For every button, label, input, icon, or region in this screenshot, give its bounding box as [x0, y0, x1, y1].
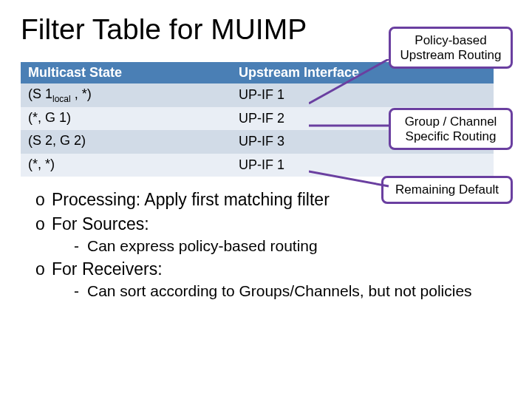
callout-default: Remaining Default [381, 176, 513, 204]
leader-line-icon [309, 170, 398, 192]
slide: Filter Table for MUIMP Multicast State U… [0, 0, 532, 399]
callout-group: Group / Channel Specific Routing [389, 108, 513, 150]
bullet-level1: oFor Sources: [35, 214, 511, 234]
bullets: oProcessing: Apply first matching filter… [21, 190, 511, 300]
callout-line: Remaining Default [391, 183, 503, 197]
cell-state: (*, G 1) [21, 107, 231, 131]
state-pre: (*, *) [28, 157, 55, 171]
callout-policy: Policy-based Upstream Routing [389, 27, 513, 69]
callout-line: Group / Channel [398, 115, 503, 129]
state-pre: (*, G 1) [28, 110, 71, 125]
bullet-text: Can express policy-based routing [87, 237, 318, 254]
state-sub: local [52, 94, 71, 104]
state-post: , *) [71, 86, 92, 101]
bullet-text: For Receivers: [52, 259, 163, 279]
state-pre: (S 1 [28, 86, 52, 101]
bullet-level2: -Can express policy-based routing [74, 237, 511, 255]
callout-line: Upstream Routing [398, 48, 503, 63]
cell-state: (*, *) [21, 154, 231, 177]
bullet-mark-o: o [35, 190, 52, 210]
leader-line-icon [309, 118, 398, 140]
table-row: (*, *) UP-IF 1 [21, 154, 494, 177]
bullet-mark-o: o [35, 259, 52, 279]
table-row: (S 1local , *) UP-IF 1 [21, 83, 494, 107]
bullet-level2: -Can sort according to Groups/Channels, … [74, 282, 511, 300]
bullet-level1: oFor Receivers: [35, 259, 511, 279]
bullet-text: Processing: Apply first matching filter [52, 190, 330, 209]
bullet-text: For Sources: [52, 214, 149, 233]
cell-state: (S 1local , *) [21, 83, 231, 107]
bullet-text: Can sort according to Groups/Channels, b… [87, 282, 472, 299]
bullet-mark-dash: - [74, 237, 87, 255]
bullet-mark-dash: - [74, 282, 87, 300]
col-header-state: Multicast State [21, 62, 231, 83]
callout-line: Specific Routing [398, 129, 503, 144]
leader-line-icon [309, 59, 398, 111]
cell-state: (S 2, G 2) [21, 130, 231, 154]
state-pre: (S 2, G 2) [28, 133, 86, 148]
bullet-mark-o: o [35, 214, 52, 234]
callout-line: Policy-based [398, 33, 503, 48]
